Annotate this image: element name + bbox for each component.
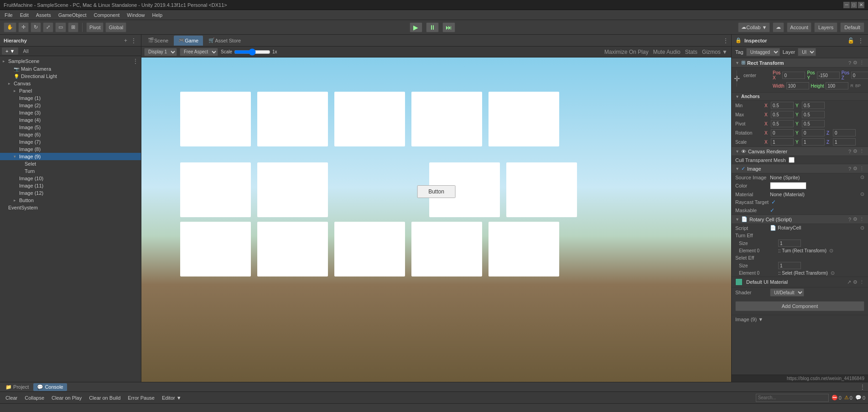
- canvas-renderer-section[interactable]: ▼ 👁 Canvas Renderer ? ⚙ ⋮: [732, 146, 868, 156]
- tree-item-image1[interactable]: Image (1): [0, 94, 141, 102]
- tree-item-canvas[interactable]: ▸ Canvas: [0, 80, 141, 87]
- rt-size-bp-btn[interactable]: BP: [855, 83, 861, 88]
- cloud-button[interactable]: ☁: [773, 22, 784, 32]
- tree-item-image10[interactable]: Image (10): [0, 175, 141, 182]
- menu-assets[interactable]: Assets: [33, 11, 54, 19]
- default-ui-material-section[interactable]: Default UI Material ↗ ⚙ ⋮: [732, 276, 868, 287]
- mute-audio-btn[interactable]: Mute Audio: [652, 49, 681, 55]
- anchor-diagram[interactable]: ✛: [736, 70, 737, 87]
- step-button[interactable]: ⏭: [442, 22, 455, 32]
- rot-z-field[interactable]: [833, 129, 856, 136]
- error-pause-btn[interactable]: Error Pause: [125, 394, 157, 402]
- rt-posz-field[interactable]: [851, 72, 868, 79]
- img-help-btn[interactable]: ?: [848, 166, 851, 172]
- tab-console[interactable]: 💬 Console: [33, 383, 67, 391]
- tree-item-selet[interactable]: Selet: [0, 160, 141, 167]
- inspector-lock-btn[interactable]: 🔓: [847, 37, 855, 44]
- mat-settings-btn[interactable]: ⚙: [853, 279, 858, 285]
- clear-btn[interactable]: Clear: [3, 394, 20, 402]
- console-options-btn[interactable]: ⋮: [859, 384, 866, 390]
- rc-more-btn[interactable]: ⋮: [859, 216, 864, 222]
- tree-item-image8[interactable]: Image (8): [0, 146, 141, 153]
- tab-game[interactable]: 🎮 Game: [174, 36, 203, 46]
- anchors-section[interactable]: ▼ Anchors: [732, 92, 868, 101]
- cull-checkbox[interactable]: [789, 157, 795, 163]
- raycast-checkbox[interactable]: ✓: [771, 199, 776, 205]
- rt-size-r-btn[interactable]: R: [850, 83, 853, 88]
- inspector-menu-btn[interactable]: ⋮: [857, 37, 864, 44]
- game-button[interactable]: Button: [417, 185, 456, 198]
- gizmos-btn[interactable]: Gizmos ▼: [701, 49, 728, 55]
- layers-dropdown[interactable]: Layers: [814, 22, 837, 32]
- hierarchy-menu-btn[interactable]: ⋮: [130, 37, 137, 44]
- turn-el0-pick-btn[interactable]: ⊙: [829, 248, 833, 254]
- mat-more-btn[interactable]: ⋮: [859, 279, 864, 285]
- tree-item-image3[interactable]: Image (3): [0, 109, 141, 116]
- rt-posx-field[interactable]: [782, 72, 805, 79]
- minimize-button[interactable]: ─: [843, 2, 850, 8]
- pivot-x-field[interactable]: [771, 120, 794, 127]
- hierarchy-add-btn[interactable]: +: [123, 37, 128, 44]
- pivot-button[interactable]: Pivot: [86, 22, 104, 32]
- tree-item-image11[interactable]: Image (11): [0, 182, 141, 189]
- maskable-checkbox[interactable]: ✓: [770, 207, 774, 214]
- rt-height-field[interactable]: [826, 82, 848, 89]
- tree-item-dirlight[interactable]: 💡 Directional Light: [0, 73, 141, 80]
- close-button[interactable]: ✕: [858, 2, 864, 8]
- tree-item-image2[interactable]: Image (2): [0, 102, 141, 109]
- stats-btn[interactable]: Stats: [684, 49, 698, 55]
- hierarchy-add-tab[interactable]: + ▼: [2, 47, 18, 55]
- anchors-maxx-field[interactable]: [771, 111, 794, 118]
- play-button[interactable]: ▶: [410, 22, 422, 32]
- menu-file[interactable]: File: [2, 11, 16, 19]
- tab-scene[interactable]: 🎬 Scene: [143, 36, 173, 46]
- mat-open-btn[interactable]: ↗: [847, 279, 851, 285]
- tree-item-image9[interactable]: ▾ Image (9): [0, 153, 141, 160]
- rt-help-btn[interactable]: ?: [848, 60, 851, 66]
- scene-options[interactable]: ⋮: [132, 58, 139, 64]
- tree-item-button[interactable]: ▸ Button: [0, 197, 141, 204]
- tab-project[interactable]: 📁 Project: [2, 383, 32, 391]
- menu-component[interactable]: Component: [91, 11, 122, 19]
- view-options-btn[interactable]: ⋮: [722, 37, 729, 44]
- clear-on-play-btn[interactable]: Clear on Play: [49, 394, 84, 402]
- layer-dropdown[interactable]: UI: [798, 48, 816, 56]
- tree-item-image12[interactable]: Image (12): [0, 189, 141, 197]
- rt-width-field[interactable]: [786, 82, 809, 89]
- tree-item-maincamera[interactable]: 📷 Main Camera: [0, 65, 141, 73]
- pause-button[interactable]: ⏸: [426, 22, 439, 32]
- tree-item-panel[interactable]: ▸ Panel: [0, 87, 141, 94]
- menu-help[interactable]: Help: [149, 11, 165, 19]
- console-search-input[interactable]: [756, 394, 829, 402]
- display-dropdown[interactable]: Display 1: [144, 48, 177, 56]
- tree-item-image7[interactable]: Image (7): [0, 138, 141, 146]
- maximize-button[interactable]: □: [851, 2, 857, 8]
- img-settings-btn[interactable]: ⚙: [853, 166, 858, 172]
- maximize-on-play-btn[interactable]: Maximize On Play: [603, 49, 650, 55]
- material-pick-btn[interactable]: ⊙: [860, 191, 864, 197]
- rt-settings-btn[interactable]: ⚙: [853, 60, 858, 66]
- menu-window[interactable]: Window: [124, 11, 147, 19]
- collab-button[interactable]: ☁ Collab ▼: [738, 22, 770, 32]
- collapse-btn[interactable]: Collapse: [22, 394, 47, 402]
- rot-y-field[interactable]: [802, 129, 825, 136]
- aspect-dropdown[interactable]: Free Aspect: [180, 48, 218, 56]
- scale-slider[interactable]: [234, 48, 270, 56]
- turn-size-field[interactable]: [778, 240, 801, 247]
- selet-el0-pick-btn[interactable]: ⊙: [831, 270, 835, 276]
- clear-on-build-btn[interactable]: Clear on Build: [86, 394, 123, 402]
- img-more-btn[interactable]: ⋮: [859, 166, 864, 172]
- rt-more-btn[interactable]: ⋮: [859, 60, 864, 66]
- rect-transform-section[interactable]: ▼ ⊞ Rect Transform ? ⚙ ⋮: [732, 58, 868, 68]
- editor-dropdown-btn[interactable]: Editor ▼: [159, 394, 184, 402]
- hand-tool[interactable]: ✋: [4, 22, 16, 32]
- rotary-cell-section[interactable]: ▼ 📄 Rotary Cell (Script) ? ⚙ ⋮: [732, 214, 868, 224]
- tree-item-turn[interactable]: Turn: [0, 167, 141, 175]
- source-image-pick-btn[interactable]: ⊙: [860, 174, 864, 180]
- cr-more-btn[interactable]: ⋮: [859, 148, 864, 154]
- transform-tool[interactable]: ⊞: [68, 22, 78, 32]
- scale-z-field[interactable]: [833, 138, 856, 146]
- tab-assetstore[interactable]: 🛒 Asset Store: [204, 36, 245, 46]
- rc-help-btn[interactable]: ?: [848, 216, 851, 222]
- cr-help-btn[interactable]: ?: [848, 148, 851, 154]
